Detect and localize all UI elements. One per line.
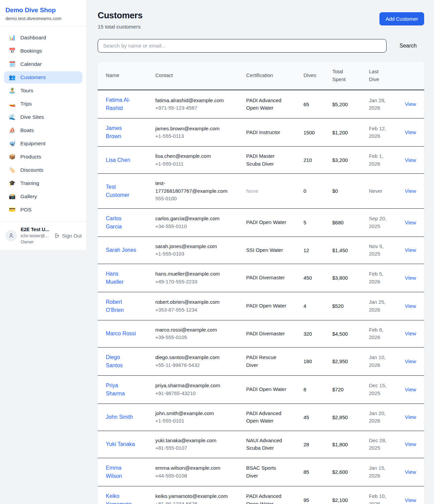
customer-certification: PADI Instructor <box>246 129 280 135</box>
customer-phone: 555-0100 <box>155 195 231 203</box>
customer-phone: +44-555-0108 <box>155 472 231 480</box>
customer-total-spent: $680 <box>332 208 369 237</box>
sidebar-user-panel: E2E Test U... e2e-tester@... Owner Sign … <box>0 222 86 250</box>
customer-last-dive: Jan 10, 2026 <box>369 354 386 368</box>
view-link[interactable]: View <box>405 188 416 194</box>
customer-phone: +353-87-555-1234 <box>155 306 231 314</box>
customer-name-link[interactable]: Hans Mueller <box>106 270 137 286</box>
sidebar-item-bookings[interactable]: 📅Bookings <box>4 45 82 57</box>
search-row: Search <box>98 39 424 53</box>
sidebar-header: Demo Dive Shop demo.test.divestreams.com <box>0 0 86 26</box>
view-link[interactable]: View <box>405 303 416 309</box>
customer-phone: +971-55-123-4567 <box>155 104 231 112</box>
view-link[interactable]: View <box>405 414 416 420</box>
table-row: Robert O'Brienrobert.obrien@example.com+… <box>98 292 424 320</box>
page-header: Customers 15 total customers Add Custome… <box>98 10 424 30</box>
sidebar-item-calendar[interactable]: 🗓️Calendar <box>4 58 82 70</box>
tours-icon: 🏝️ <box>9 88 16 93</box>
customer-email: fatima.alrashid@example.com <box>155 97 231 105</box>
view-link[interactable]: View <box>405 358 416 364</box>
search-button[interactable]: Search <box>397 41 419 51</box>
customer-name-link[interactable]: Keiko Yamamoto <box>106 492 137 504</box>
customers-icon: 👥 <box>9 75 16 80</box>
sidebar-item-products[interactable]: 📦Products <box>4 151 82 163</box>
view-link[interactable]: View <box>405 275 416 281</box>
customer-dives: 4 <box>303 292 332 320</box>
customer-name-link[interactable]: Emma Wilson <box>106 464 137 480</box>
sidebar-item-tours[interactable]: 🏝️Tours <box>4 85 82 97</box>
customer-dives: 28 <box>303 431 332 458</box>
customer-name-link[interactable]: Robert O'Brien <box>106 298 137 314</box>
table-row: Yuki Tanakayuki.tanaka@example.com+81-55… <box>98 431 424 458</box>
customer-name-link[interactable]: Yuki Tanaka <box>106 440 135 448</box>
customer-certification: NAUI Advanced Scuba Diver <box>246 437 282 451</box>
search-input[interactable] <box>98 39 387 53</box>
view-link[interactable]: View <box>405 387 416 392</box>
customer-name-link[interactable]: Diego Santos <box>106 353 137 370</box>
customer-name-link[interactable]: Sarah Jones <box>106 246 136 254</box>
customer-name-link[interactable]: Test Customer <box>106 183 137 199</box>
view-link[interactable]: View <box>405 331 416 336</box>
view-link[interactable]: View <box>405 497 416 503</box>
sidebar-item-dive-sites[interactable]: 🌊Dive Sites <box>4 111 82 123</box>
sidebar-item-pos[interactable]: 💳POS <box>4 204 82 216</box>
user-avatar-icon <box>8 232 14 239</box>
customer-email: keiko.yamamoto@example.com <box>155 492 231 500</box>
sidebar-item-gallery[interactable]: 📸Gallery <box>4 190 82 203</box>
sign-out-button[interactable]: Sign Out <box>54 233 82 239</box>
view-link[interactable]: View <box>405 441 416 447</box>
customer-dives: 85 <box>303 458 332 486</box>
customer-dives: 0 <box>303 174 332 209</box>
user-email: e2e-tester@... <box>21 233 50 238</box>
customer-count: 15 total customers <box>98 24 142 30</box>
customer-total-spent: $5,200 <box>332 90 369 118</box>
sidebar-item-boats[interactable]: ⛵Boats <box>4 124 82 136</box>
customer-phone: +91-98765-43210 <box>155 390 231 397</box>
customer-phone: +1-555-0111 <box>155 160 231 168</box>
customer-name-link[interactable]: Fatima Al-Rashid <box>106 96 137 112</box>
view-link[interactable]: View <box>405 247 416 253</box>
bookings-icon: 📅 <box>9 48 16 54</box>
customer-name-link[interactable]: Lisa Chen <box>106 156 130 164</box>
sidebar-item-label: Calendar <box>20 61 42 67</box>
view-link[interactable]: View <box>405 129 416 135</box>
customer-name-link[interactable]: Carlos Garcia <box>106 214 137 231</box>
sidebar-item-label: POS <box>20 207 32 213</box>
customer-name-link[interactable]: Marco Rossi <box>106 330 136 338</box>
customer-email: carlos.garcia@example.com <box>155 215 231 223</box>
sidebar-item-equipment[interactable]: 🤿Equipment <box>4 137 82 150</box>
customer-dives: 8 <box>303 375 332 404</box>
customer-name-link[interactable]: John Smith <box>106 413 133 421</box>
sidebar-item-training[interactable]: 🎓Training <box>4 177 82 189</box>
customer-total-spent: $2,600 <box>332 458 369 486</box>
sidebar-item-trips[interactable]: 🚤Trips <box>4 98 82 110</box>
customer-name-link[interactable]: Priya Sharma <box>106 381 137 398</box>
view-link[interactable]: View <box>405 469 416 475</box>
view-link[interactable]: View <box>405 157 416 163</box>
sidebar-item-label: Tours <box>20 88 33 94</box>
sidebar-item-dashboard[interactable]: 📊Dashboard <box>4 32 82 44</box>
customer-dives: 45 <box>303 404 332 431</box>
sidebar-item-customers[interactable]: 👥Customers <box>4 71 82 83</box>
add-customer-button[interactable]: Add Customer <box>379 12 424 25</box>
table-row: Marco Rossimarco.rossi@example.com+39-55… <box>98 320 424 347</box>
customer-last-dive: Nov 5, 2025 <box>369 243 383 257</box>
customer-name-link[interactable]: James Brown <box>106 124 137 141</box>
app: Demo Dive Shop demo.test.divestreams.com… <box>0 0 434 504</box>
sidebar-item-label: Customers <box>20 74 46 80</box>
view-link[interactable]: View <box>405 101 416 107</box>
sidebar-item-label: Products <box>20 154 41 160</box>
sidebar-item-discounts[interactable]: 🏷️Discounts <box>4 164 82 176</box>
sidebar-item-label: Bookings <box>20 48 42 54</box>
customer-certification: PADI Advanced Open Water <box>246 493 281 504</box>
col-last-dive: Last Dive <box>369 61 405 90</box>
main-content: Customers 15 total customers Add Custome… <box>87 0 434 504</box>
customer-email: emma.wilson@example.com <box>155 464 231 472</box>
customer-email: sarah.jones@example.com <box>155 243 231 250</box>
customer-total-spent: $3,200 <box>332 147 369 174</box>
view-link[interactable]: View <box>405 220 416 225</box>
table-row: Lisa Chenlisa.chen@example.com+1-555-011… <box>98 147 424 174</box>
customer-dives: 320 <box>303 320 332 347</box>
customer-last-dive: Jan 28, 2026 <box>369 97 386 111</box>
user-meta: E2E Test U... e2e-tester@... Owner <box>21 227 50 244</box>
